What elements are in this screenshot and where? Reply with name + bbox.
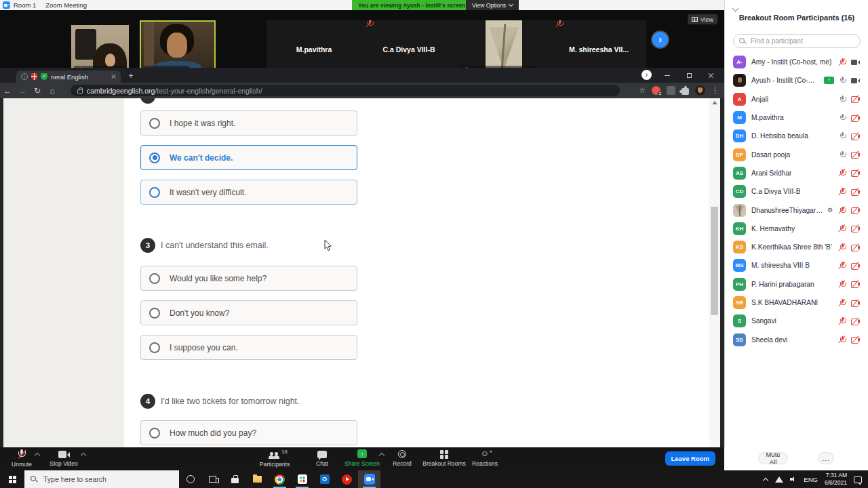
video-options-chevron[interactable] bbox=[81, 453, 85, 457]
more-options-button[interactable]: ... bbox=[818, 452, 834, 464]
new-tab-button[interactable]: + bbox=[126, 72, 136, 81]
system-tray: ENG 7:31 AM 6/6/2021 bbox=[764, 470, 868, 488]
next-participants-button[interactable]: › bbox=[652, 32, 668, 47]
participant-row[interactable]: DhanushreeThiyagarajan ⚙ ↑ bbox=[725, 201, 868, 219]
participants-button[interactable]: 16 Participants bbox=[256, 449, 293, 468]
outlook-button[interactable]: O bbox=[313, 470, 336, 488]
slack-button[interactable] bbox=[291, 470, 313, 488]
radio-button[interactable] bbox=[149, 118, 160, 129]
answer-option[interactable]: Don't you know? bbox=[140, 300, 357, 325]
bookmark-star-icon[interactable]: ☆ bbox=[639, 86, 646, 95]
participant-avatar: SB bbox=[733, 296, 746, 309]
participant-row[interactable]: KS K.Keerthikaa Shree 8th 'B' ⚙ ↑ bbox=[725, 238, 868, 256]
participant-row[interactable]: A Anjali ⚙ ↑ bbox=[725, 90, 868, 108]
breakout-rooms-button[interactable]: Breakout Rooms bbox=[422, 449, 467, 467]
chrome-button[interactable] bbox=[269, 470, 291, 488]
scrollbar-thumb[interactable] bbox=[711, 207, 718, 315]
participant-status-icons: ↑ bbox=[838, 169, 861, 178]
mic-icon bbox=[838, 113, 846, 122]
radio-button[interactable] bbox=[149, 308, 160, 319]
profile-avatar[interactable] bbox=[695, 85, 705, 96]
cortana-icon bbox=[186, 475, 195, 483]
clock[interactable]: 7:31 AM 6/6/2021 bbox=[825, 472, 847, 486]
unmute-button[interactable]: Unmute bbox=[5, 449, 38, 468]
start-button[interactable] bbox=[0, 470, 24, 488]
hidden-icons-chevron[interactable] bbox=[764, 477, 768, 482]
participant-row[interactable]: KH K. Hemavathy ⚙ ↑ bbox=[725, 220, 868, 238]
time: 7:31 AM bbox=[826, 472, 847, 479]
radio-button[interactable] bbox=[149, 152, 160, 163]
youtube-button[interactable] bbox=[336, 470, 358, 488]
extension-icon-gray[interactable] bbox=[667, 86, 675, 95]
scrollbar-up-arrow[interactable] bbox=[712, 101, 717, 104]
participant-row[interactable]: SD Sheela devi ⚙ ↑ bbox=[725, 330, 868, 348]
browser-minimize-button[interactable] bbox=[656, 68, 678, 83]
answer-option[interactable]: It wasn't very difficult. bbox=[140, 180, 357, 205]
radio-button[interactable] bbox=[149, 428, 160, 439]
radio-button[interactable] bbox=[149, 342, 160, 353]
info-icon: i bbox=[21, 73, 28, 80]
answer-option[interactable]: I hope it was right. bbox=[140, 110, 357, 136]
participant-avatar: KH bbox=[733, 222, 746, 235]
mic-icon bbox=[838, 336, 846, 344]
answer-option[interactable]: How much did you pay? bbox=[140, 420, 357, 445]
participant-row[interactable]: DP Dasari pooja ⚙ ↑ bbox=[725, 145, 868, 163]
forward-button[interactable]: → bbox=[15, 86, 30, 96]
zoom-taskbar-button[interactable] bbox=[358, 470, 380, 488]
participant-row[interactable]: Ayush - Instilt (Co-host) ⚙ ↑ bbox=[725, 71, 868, 89]
answer-option[interactable]: Would you like some help? bbox=[140, 266, 357, 291]
participant-row[interactable]: S Sangavi ⚙ ↑ bbox=[725, 312, 868, 330]
answer-option-selected[interactable]: We can't decide. bbox=[140, 145, 357, 170]
participant-row[interactable]: DH D. Hebsiba beaula ⚙ ↑ bbox=[725, 127, 868, 145]
participant-row[interactable]: AS Arani Sridhar ⚙ ↑ bbox=[725, 164, 868, 182]
participant-search-box[interactable] bbox=[733, 34, 861, 48]
participant-row[interactable]: MS M. shireesha VIII B ⚙ ↑ bbox=[725, 256, 868, 274]
participant-row[interactable]: PH P. Harini prabagaran ⚙ ↑ bbox=[725, 275, 868, 293]
participant-row[interactable]: CD C.a Divya VIII-B ⚙ ↑ bbox=[725, 182, 868, 201]
extensions-puzzle-icon[interactable] bbox=[682, 88, 689, 95]
record-button[interactable]: Record bbox=[387, 449, 417, 467]
search-input[interactable] bbox=[749, 37, 854, 45]
radio-button[interactable] bbox=[149, 187, 160, 198]
extension-icon-red[interactable]: 2 bbox=[652, 86, 660, 95]
task-view-button[interactable] bbox=[201, 470, 224, 488]
participant-row[interactable]: SB S.K BHAVADHARANI ⚙ ↑ bbox=[725, 293, 868, 312]
file-explorer-button[interactable] bbox=[246, 470, 269, 488]
media-controls-button[interactable]: ♪ bbox=[642, 70, 652, 80]
back-button[interactable]: ← bbox=[0, 86, 15, 96]
language-indicator[interactable]: ENG bbox=[804, 476, 818, 483]
leave-room-button[interactable]: Leave Room bbox=[665, 451, 716, 466]
answer-option[interactable]: I suppose you can. bbox=[140, 335, 357, 360]
browser-tab[interactable]: i ✓ neral English bbox=[16, 70, 121, 83]
wifi-icon[interactable] bbox=[775, 476, 783, 483]
view-button[interactable]: View bbox=[688, 14, 717, 24]
view-button-label: View bbox=[701, 16, 713, 23]
browser-close-button[interactable] bbox=[700, 68, 722, 83]
chat-button[interactable]: Chat bbox=[309, 449, 336, 467]
camera-icon bbox=[850, 76, 861, 85]
taskbar-search-input[interactable] bbox=[42, 474, 173, 484]
camera-icon bbox=[850, 243, 861, 251]
browser-menu-icon[interactable]: ⋮ bbox=[711, 86, 719, 95]
browser-restore-button[interactable] bbox=[678, 68, 700, 83]
share-options-chevron[interactable] bbox=[380, 453, 384, 457]
share-screen-button[interactable]: ↑ Share Screen bbox=[342, 449, 382, 467]
radio-button[interactable] bbox=[149, 273, 160, 284]
participant-row[interactable]: M M.pavithra ⚙ ↑ bbox=[725, 108, 868, 127]
microsoft-store-button[interactable] bbox=[224, 470, 246, 488]
home-button[interactable]: ⌂ bbox=[45, 86, 60, 96]
reactions-button[interactable]: ☺+ Reactions bbox=[468, 449, 502, 467]
cortana-button[interactable] bbox=[179, 470, 201, 488]
view-options-button[interactable]: View Options bbox=[466, 0, 519, 10]
address-bar[interactable]: cambridgeenglish.org/test-your-english/g… bbox=[71, 85, 620, 96]
mute-all-button[interactable]: Mute All bbox=[758, 452, 788, 464]
mic-icon bbox=[838, 76, 846, 85]
tab-close-icon[interactable] bbox=[111, 74, 116, 79]
taskbar-search-box[interactable] bbox=[24, 470, 179, 488]
participant-row[interactable]: A- Amy - Instilt (Co-host, me) ⚙ ↑ bbox=[725, 53, 868, 71]
audio-options-chevron[interactable] bbox=[35, 453, 39, 457]
speaker-icon[interactable] bbox=[790, 476, 797, 483]
reload-button[interactable]: ↻ bbox=[30, 86, 45, 96]
action-center-icon[interactable] bbox=[854, 476, 862, 483]
stop-video-button[interactable]: Stop Video bbox=[45, 449, 83, 467]
